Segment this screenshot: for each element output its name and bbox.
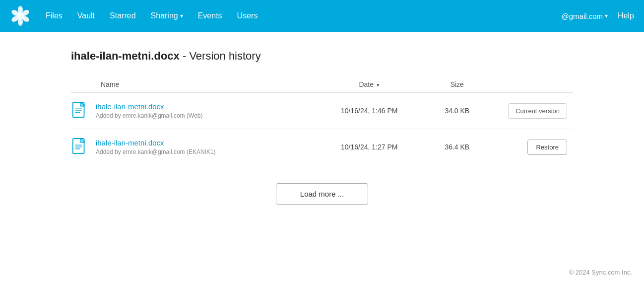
navbar: Files Vault Starred Sharing ▾ Events Use… xyxy=(0,0,644,32)
page-title: ihale-ilan-metni.docx - Version history xyxy=(71,50,573,63)
nav-starred[interactable]: Starred xyxy=(104,7,141,24)
col-header-date[interactable]: Date ▾ xyxy=(322,76,422,93)
row2-file-details: ihale-ilan-metni.docx Added by emre.kani… xyxy=(96,139,216,155)
page-title-suffix: - Version history xyxy=(183,50,261,62)
nav-vault[interactable]: Vault xyxy=(71,7,101,24)
version-table: Name Date ▾ Size xyxy=(71,76,573,165)
restore-button[interactable]: Restore xyxy=(527,140,567,155)
load-more-row: Load more ... xyxy=(71,165,573,216)
row2-action-cell: Restore xyxy=(498,129,573,165)
table-row: ihale-ilan-metni.docx Added by emre.kani… xyxy=(71,129,573,165)
col-header-action xyxy=(498,76,573,93)
navbar-right: @gmail.com ▾ Help xyxy=(562,11,634,20)
row2-added-by: Added by emre.kanik@gmail.com (EKANIK1) xyxy=(96,148,216,155)
row1-file-details: ihale-ilan-metni.docx Added by emre.kani… xyxy=(96,102,202,119)
nav-events[interactable]: Events xyxy=(192,7,228,24)
col-header-name: Name xyxy=(71,76,322,93)
row1-added-by: Added by emre.kanik@gmail.com (Web) xyxy=(96,112,202,119)
row1-name-cell: ihale-ilan-metni.docx Added by emre.kani… xyxy=(71,93,322,129)
row2-name-cell: ihale-ilan-metni.docx Added by emre.kani… xyxy=(71,129,322,165)
page-filename: ihale-ilan-metni.docx xyxy=(71,50,180,62)
row1-action-cell: Current version xyxy=(498,93,573,129)
table-row: ihale-ilan-metni.docx Added by emre.kani… xyxy=(71,93,573,129)
row1-file-row: ihale-ilan-metni.docx Added by emre.kani… xyxy=(71,102,316,120)
help-link[interactable]: Help xyxy=(618,11,634,20)
logo[interactable] xyxy=(10,5,31,26)
row2-date: 10/16/24, 1:27 PM xyxy=(322,129,422,165)
nav-users[interactable]: Users xyxy=(231,7,264,24)
col-header-size: Size xyxy=(422,76,498,93)
account-menu[interactable]: @gmail.com ▾ xyxy=(562,12,608,20)
row2-file-row: ihale-ilan-metni.docx Added by emre.kani… xyxy=(71,138,316,156)
row2-filename[interactable]: ihale-ilan-metni.docx xyxy=(96,139,164,147)
table-header: Name Date ▾ Size xyxy=(71,76,573,93)
date-sort-icon: ▾ xyxy=(377,82,380,88)
row1-file-icon xyxy=(71,102,89,120)
row1-date: 10/16/24, 1:46 PM xyxy=(322,93,422,129)
row1-size: 34.0 KB xyxy=(422,93,498,129)
nav-sharing[interactable]: Sharing ▾ xyxy=(145,7,189,24)
row2-file-icon xyxy=(71,138,89,156)
row1-filename[interactable]: ihale-ilan-metni.docx xyxy=(96,102,164,111)
page-content: ihale-ilan-metni.docx - Version history … xyxy=(59,32,585,216)
svg-point-7 xyxy=(17,12,24,19)
nav-files[interactable]: Files xyxy=(40,7,68,24)
load-more-button[interactable]: Load more ... xyxy=(276,183,368,205)
account-dropdown-arrow: ▾ xyxy=(605,12,608,19)
account-label: @gmail.com xyxy=(562,12,603,20)
row2-size: 36.4 KB xyxy=(422,129,498,165)
current-version-button: Current version xyxy=(508,103,567,119)
navbar-links: Files Vault Starred Sharing ▾ Events Use… xyxy=(40,7,562,24)
table-body: ihale-ilan-metni.docx Added by emre.kani… xyxy=(71,93,573,165)
sharing-dropdown-arrow: ▾ xyxy=(180,12,183,19)
